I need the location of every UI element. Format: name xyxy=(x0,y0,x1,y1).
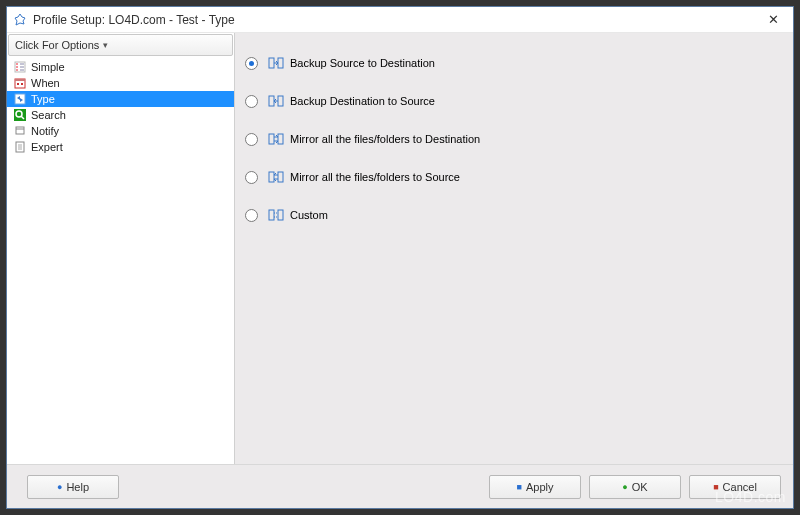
sidebar-item-label: Expert xyxy=(31,141,63,153)
svg-rect-14 xyxy=(269,134,274,144)
sidebar-item-label: Notify xyxy=(31,125,59,137)
custom-sync-icon xyxy=(268,207,284,223)
window-frame: Profile Setup: LO4D.com - Test - Type ✕ … xyxy=(6,6,794,509)
sidebar-item-expert[interactable]: Expert xyxy=(7,139,234,155)
svg-rect-3 xyxy=(17,83,19,85)
ok-button[interactable]: ● OK xyxy=(589,475,681,499)
svg-rect-10 xyxy=(269,58,274,68)
option-row: Custom xyxy=(245,203,783,227)
checklist-icon xyxy=(13,60,27,74)
sidebar: Click For Options ▾ Simple When Type xyxy=(7,33,235,464)
sidebar-item-when[interactable]: When xyxy=(7,75,234,91)
option-row: Backup Source to Destination xyxy=(245,51,783,75)
option-row: Mirror all the files/folders to Source xyxy=(245,165,783,189)
svg-rect-12 xyxy=(269,96,274,106)
options-dropdown[interactable]: Click For Options ▾ xyxy=(8,34,233,56)
footer: ● Help ■ Apply ● OK ■ Cancel xyxy=(7,464,793,508)
mirror-right-icon xyxy=(268,131,284,147)
ok-icon: ● xyxy=(622,482,627,492)
sidebar-item-notify[interactable]: Notify xyxy=(7,123,234,139)
svg-rect-18 xyxy=(269,210,274,220)
calendar-icon xyxy=(13,76,27,90)
main-panel: Backup Source to Destination Backup Dest… xyxy=(235,33,793,464)
sidebar-item-label: Search xyxy=(31,109,66,121)
sidebar-item-label: Type xyxy=(31,93,55,105)
notify-icon xyxy=(13,124,27,138)
button-label: Apply xyxy=(526,481,554,493)
option-label: Backup Destination to Source xyxy=(290,95,435,107)
content-area: Click For Options ▾ Simple When Type xyxy=(7,33,793,464)
sidebar-item-simple[interactable]: Simple xyxy=(7,59,234,75)
sidebar-item-label: When xyxy=(31,77,60,89)
radio-mirror-to-src[interactable] xyxy=(245,171,258,184)
sidebar-item-search[interactable]: Search xyxy=(7,107,234,123)
svg-rect-8 xyxy=(16,127,24,134)
radio-mirror-to-dest[interactable] xyxy=(245,133,258,146)
svg-rect-2 xyxy=(15,79,25,81)
search-icon xyxy=(13,108,27,122)
nav-tree: Simple When Type Search Notify xyxy=(7,57,234,464)
options-dropdown-label: Click For Options xyxy=(15,39,99,51)
option-row: Backup Destination to Source xyxy=(245,89,783,113)
sync-left-icon xyxy=(268,93,284,109)
option-row: Mirror all the files/folders to Destinat… xyxy=(245,127,783,151)
svg-rect-19 xyxy=(278,210,283,220)
help-icon: ● xyxy=(57,482,62,492)
apply-icon: ■ xyxy=(517,482,522,492)
radio-backup-src-dest[interactable] xyxy=(245,57,258,70)
option-label: Custom xyxy=(290,209,328,221)
chevron-down-icon: ▾ xyxy=(103,40,108,50)
option-label: Mirror all the files/folders to Destinat… xyxy=(290,133,480,145)
radio-custom[interactable] xyxy=(245,209,258,222)
option-label: Mirror all the files/folders to Source xyxy=(290,171,460,183)
svg-rect-15 xyxy=(278,134,283,144)
svg-rect-16 xyxy=(269,172,274,182)
button-label: Help xyxy=(66,481,89,493)
sidebar-item-type[interactable]: Type xyxy=(7,91,234,107)
button-label: OK xyxy=(632,481,648,493)
mirror-left-icon xyxy=(268,169,284,185)
sync-right-icon xyxy=(268,55,284,71)
close-button[interactable]: ✕ xyxy=(759,12,787,27)
option-label: Backup Source to Destination xyxy=(290,57,435,69)
svg-rect-11 xyxy=(278,58,283,68)
svg-rect-13 xyxy=(278,96,283,106)
sidebar-item-label: Simple xyxy=(31,61,65,73)
svg-rect-4 xyxy=(21,83,23,85)
apply-button[interactable]: ■ Apply xyxy=(489,475,581,499)
app-icon xyxy=(13,13,27,27)
svg-rect-17 xyxy=(278,172,283,182)
sync-icon xyxy=(13,92,27,106)
document-icon xyxy=(13,140,27,154)
titlebar: Profile Setup: LO4D.com - Test - Type ✕ xyxy=(7,7,793,33)
window-title: Profile Setup: LO4D.com - Test - Type xyxy=(33,13,759,27)
radio-backup-dest-src[interactable] xyxy=(245,95,258,108)
watermark: LO4D.com xyxy=(715,489,786,505)
help-button[interactable]: ● Help xyxy=(27,475,119,499)
